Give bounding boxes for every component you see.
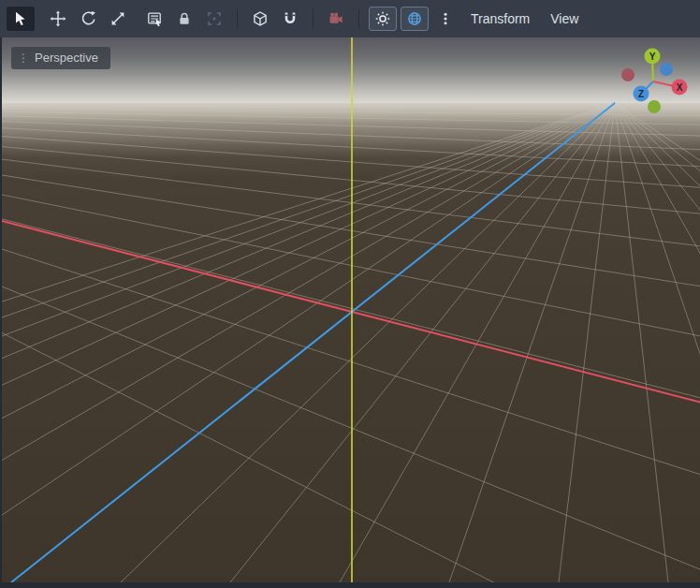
cube-icon	[252, 10, 269, 27]
use-snap-button[interactable]	[277, 7, 303, 31]
gizmo-z-label: Z	[638, 89, 644, 99]
transform-menu-button[interactable]: Transform	[460, 0, 540, 37]
view-label: Perspective	[35, 51, 98, 65]
toolbar-separator	[358, 8, 359, 29]
rotate-arrow-icon	[80, 10, 96, 27]
preview-environment-button[interactable]	[401, 7, 429, 31]
gizmo-x-label: X	[677, 82, 683, 93]
spatial-editor-toolbar: Transform View	[0, 0, 700, 37]
viewport-bottom-edge	[0, 582, 700, 588]
gizmo-x-negative-handle[interactable]	[621, 68, 634, 81]
select-mode-button[interactable]	[7, 7, 35, 31]
z-axis-line	[11, 103, 615, 582]
rotate-mode-button[interactable]	[75, 7, 101, 31]
lock-icon	[176, 10, 193, 27]
horizon-haze	[2, 103, 700, 157]
scale-mode-button[interactable]	[105, 7, 131, 31]
kebab-icon	[437, 10, 454, 27]
group-icon	[206, 10, 223, 27]
move-arrows-icon	[50, 10, 66, 27]
list-select-button[interactable]	[141, 7, 168, 31]
3d-viewport[interactable]: Y X Z ⋮ Perspective	[0, 37, 700, 582]
view-perspective-menu-button[interactable]: ⋮ Perspective	[11, 47, 110, 69]
lock-node-button[interactable]	[171, 7, 197, 31]
sun-environment-options-button[interactable]	[432, 7, 459, 31]
camera-preview-button[interactable]	[323, 7, 349, 31]
ground-grid	[2, 103, 700, 582]
toolbar-separator	[313, 8, 314, 29]
move-mode-button[interactable]	[45, 7, 71, 31]
use-local-space-button[interactable]	[247, 7, 273, 31]
kebab-icon: ⋮	[18, 52, 29, 64]
toolbar-separator	[237, 8, 238, 29]
preview-sunlight-button[interactable]	[369, 7, 397, 31]
group-node-button[interactable]	[201, 7, 227, 31]
gizmo-y-negative-handle[interactable]	[648, 100, 661, 113]
scale-arrow-icon	[109, 10, 126, 27]
gizmo-z-negative-handle[interactable]	[660, 63, 673, 76]
globe-icon	[406, 10, 423, 27]
gizmo-y-label: Y	[649, 51, 656, 62]
magnet-icon	[282, 10, 299, 27]
view-menu-button[interactable]: View	[540, 0, 589, 37]
viewport-overlay: Y X Z	[2, 37, 700, 582]
camera-icon	[328, 10, 344, 27]
sun-icon	[374, 10, 391, 27]
cursor-arrow-icon	[12, 10, 29, 27]
list-select-icon	[146, 10, 163, 27]
